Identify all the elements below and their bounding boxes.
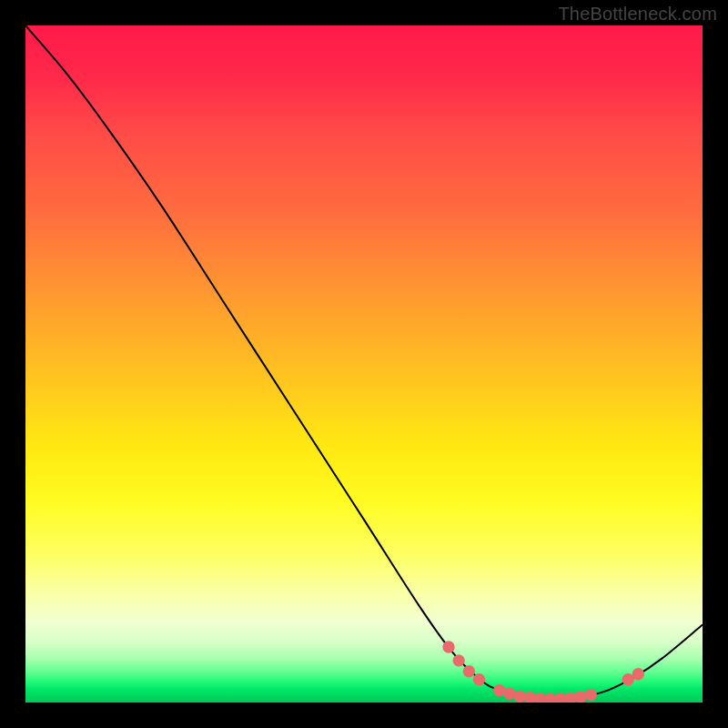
marker-dot [442,641,454,652]
bottleneck-curve [25,25,703,699]
marker-dots-group [442,641,644,703]
marker-dot [574,691,586,703]
marker-dot [463,665,475,677]
chart-svg [25,25,703,703]
marker-dot [452,654,464,666]
marker-dot [632,668,644,680]
marker-dot [585,689,597,701]
marker-dot [524,692,536,703]
marker-dot [473,673,485,685]
chart-plot-area [25,25,703,703]
watermark-text: TheBottleneck.com [558,4,717,25]
